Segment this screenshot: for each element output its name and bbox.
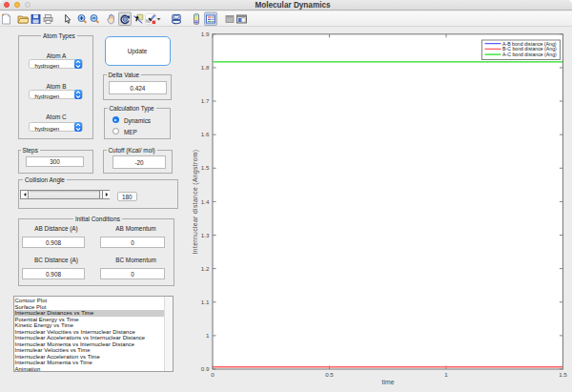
- svg-text:1.5: 1.5: [559, 371, 567, 378]
- svg-text:time: time: [382, 379, 395, 385]
- svg-text:0.5: 0.5: [325, 371, 334, 378]
- svg-text:1.8: 1.8: [201, 64, 210, 71]
- svg-text:1.9: 1.9: [201, 31, 210, 37]
- svg-text:A-C bond distance (Ang): A-C bond distance (Ang): [502, 52, 557, 57]
- svg-text:1.2: 1.2: [201, 265, 210, 272]
- svg-text:1.1: 1.1: [201, 299, 210, 305]
- svg-text:1.3: 1.3: [201, 232, 210, 238]
- svg-text:1.6: 1.6: [201, 131, 210, 137]
- svg-text:1: 1: [444, 371, 448, 378]
- svg-text:1.5: 1.5: [201, 164, 210, 171]
- svg-text:0.9: 0.9: [201, 365, 210, 372]
- svg-text:1.7: 1.7: [201, 97, 210, 104]
- svg-text:Internuclear distance (Angstro: Internuclear distance (Angstrom): [192, 150, 199, 255]
- svg-text:0: 0: [211, 371, 214, 378]
- svg-text:1: 1: [206, 332, 210, 339]
- svg-text:1.4: 1.4: [201, 198, 210, 205]
